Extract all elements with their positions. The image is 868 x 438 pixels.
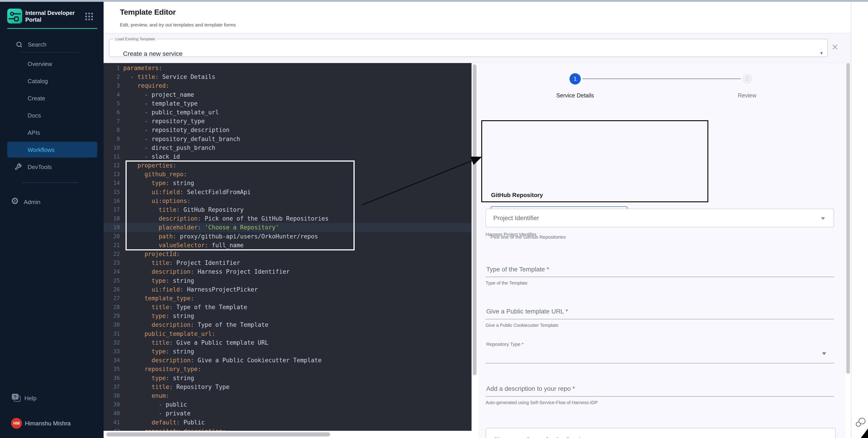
code-line[interactable]: 31 public_template_url: [103,330,471,338]
sidebar-divider [22,52,79,53]
sidebar-item-overview[interactable]: Overview [28,61,52,67]
scrollbar-thumb[interactable] [106,432,330,436]
svg-text:?: ? [14,394,17,399]
github-repository-label: GitHub Repository [491,192,543,199]
code-line[interactable]: 1parameters: [103,64,471,72]
repository-type-field-label: Repository Type * [486,341,524,347]
scrollbar-thumb[interactable] [473,64,476,375]
code-line[interactable]: 39 - public [103,400,471,409]
sidebar-item-help[interactable]: Help [24,395,36,402]
yaml-code-editor[interactable]: 1parameters:2 - title: Service Details3 … [103,63,471,438]
code-line[interactable]: 3 required: [103,81,471,90]
code-line[interactable]: 32 title: Give a Public template URL [103,338,471,347]
code-line[interactable]: 9 - repository_default_branch [103,135,471,143]
owner-select-value: Choose an Owner for the Service [493,436,587,438]
dropdown-caret-icon[interactable]: ▼ [819,51,824,56]
code-line[interactable]: 30 description: Type of the Template [103,321,471,329]
app-root: Internal Developer Portal Search Overvie… [0,0,868,438]
stepper-label-service-details: Service Details [555,92,595,99]
code-line[interactable]: 2 - title: Service Details [103,72,471,81]
code-line[interactable]: 28 title: Type of the Template [103,303,471,312]
code-line[interactable]: 4 - project_name [103,91,471,99]
scrollbar-thumb[interactable] [846,63,850,374]
sidebar-item-apis[interactable]: APIs [28,129,40,136]
dropdown-caret-icon[interactable] [822,352,826,355]
dropdown-caret-icon [821,217,825,220]
gear-icon: ⚙ [11,196,19,206]
code-line[interactable]: 37 title: Repository Type [103,383,471,392]
code-line[interactable]: 29 type: string [103,312,471,321]
public-template-url-field-label[interactable]: Give a Public template URL * [486,308,568,315]
form-preview-panel: 1 2 Service Details Review GitHub Reposi… [478,63,845,438]
wrench-icon [14,163,22,171]
sidebar-item-create[interactable]: Create [28,95,45,102]
code-line[interactable]: 23 title: Project Identifier [103,259,471,267]
code-line[interactable]: 38 enum: [103,392,471,400]
top-window-strip [0,0,868,2]
code-line[interactable]: 25 type: string [103,276,471,285]
annotation-box-github-field: GitHub Repository Choose a Repository Pi… [481,120,708,202]
sidebar-accent-divider [7,28,97,29]
template-type-underline [486,277,834,277]
load-template-label: Load Existing Template [114,37,157,41]
stepper-step-1[interactable]: 1 [569,73,581,85]
sidebar-item-search[interactable]: Search [28,41,46,48]
repo-description-helper: Auto-generated using Self-Service-Flow o… [486,400,598,405]
page-title: Template Editor [120,8,176,16]
sidebar-item-admin[interactable]: Admin [24,199,40,205]
annotation-box [126,161,354,250]
repo-description-field-label[interactable]: Add a description to your repo * [486,385,575,392]
code-line[interactable]: 24 description: Harness Project Identifi… [103,267,471,276]
code-line[interactable]: 34 description: Give a Public Cookiecutt… [103,356,471,365]
editor-vertical-scrollbar[interactable] [471,63,478,438]
code-line[interactable]: 5 - template_type [103,99,471,108]
annotation-arrow [353,149,498,217]
code-line[interactable]: 33 type: string [103,347,471,356]
code-line[interactable]: 36 type: string [103,374,471,383]
help-chat-icon: ? [11,393,22,404]
code-line[interactable]: 35 repository_type: [103,365,471,374]
template-loader-bar: Create a new service ▼ Load Existing Tem… [103,33,851,63]
project-identifier-select[interactable]: Project Identifier [486,209,834,227]
stepper-step-2[interactable]: 2 [742,74,752,84]
sidebar-item-devtools[interactable]: DevTools [28,164,52,170]
code-line[interactable]: 26 ui:field: HarnessProjectPicker [103,285,471,294]
load-template-value: Create a new service [123,50,183,58]
code-line[interactable]: 6 - public_template_url [103,108,471,117]
search-icon [16,41,23,49]
app-title: Internal Developer Portal [25,9,84,23]
chat-bubbles-icon[interactable] [855,416,867,428]
close-icon[interactable]: ✕ [831,42,839,53]
template-type-field-label[interactable]: Type of the Template * [486,266,549,273]
logo-pipeline-icon [7,9,22,24]
sidebar-item-catalog[interactable]: Catalog [28,78,48,85]
code-line[interactable]: 8 - repositoty_description [103,126,471,134]
right-gutter [851,2,868,438]
code-line[interactable]: 7 - repository_type [103,117,471,126]
code-line[interactable]: 40 - private [103,409,471,418]
page-header: Template Editor Edit, preview, and try o… [103,2,851,33]
project-identifier-helper: Harness Project Identifier [486,232,536,237]
public-template-url-underline [486,319,834,319]
cursor-arrow [861,429,868,438]
sidebar: Internal Developer Portal Search Overvie… [0,0,103,438]
sidebar-divider [22,182,79,183]
sidebar-item-docs[interactable]: Docs [28,112,41,119]
panel-vertical-scrollbar[interactable] [845,63,851,438]
apps-grid-icon[interactable] [85,13,93,20]
stepper-connector [582,78,741,79]
user-name[interactable]: Himanshu Mishra [25,420,70,427]
load-template-select[interactable]: Create a new service ▼ [109,39,828,57]
code-line[interactable]: 27 template_type: [103,294,471,303]
sidebar-item-workflows[interactable]: Workflows [28,146,55,153]
page-subtitle: Edit, preview, and try out templates and… [120,22,236,28]
code-line[interactable]: 41 default: Public [103,418,471,427]
code-line[interactable]: 22 projectId: [103,250,471,259]
template-type-helper: Type of the Template [486,280,527,286]
project-identifier-value: Project Identifier [493,214,539,222]
owner-select[interactable]: Choose an Owner for the Service [486,428,836,438]
repo-description-underline [486,396,834,397]
avatar[interactable]: HM [11,418,22,429]
repository-type-underline [486,363,834,363]
editor-horizontal-scrollbar[interactable] [103,431,471,438]
